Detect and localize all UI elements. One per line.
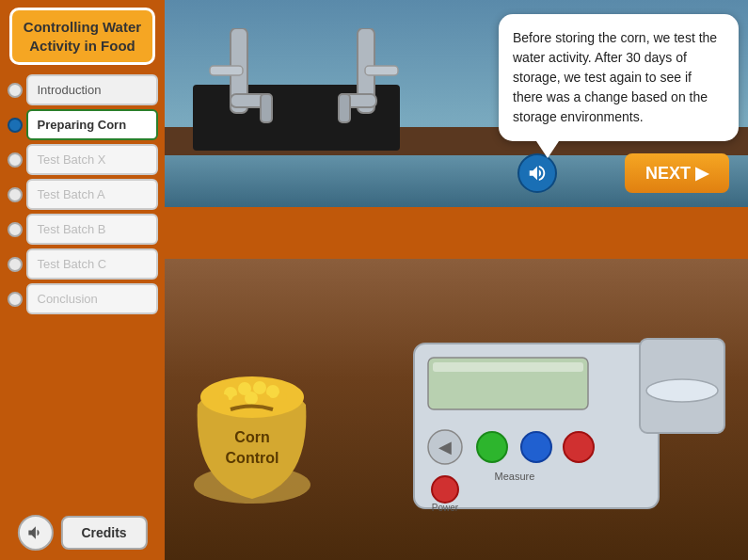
next-button-label: NEXT [645, 164, 691, 184]
svg-rect-6 [339, 94, 350, 122]
credits-button[interactable]: Credits [60, 516, 147, 550]
svg-rect-24 [433, 362, 583, 372]
nav-item-preparing-corn: Preparing Corn [8, 109, 158, 140]
svg-point-16 [260, 394, 271, 406]
faucet-right [329, 28, 405, 183]
nav-item-introduction: Introduction [8, 74, 158, 105]
svg-rect-3 [210, 66, 243, 75]
sound-button[interactable] [17, 515, 53, 551]
bottom-controls: Credits [17, 515, 147, 551]
nav-btn-test-batch-b: Test Batch B [26, 214, 158, 245]
sidebar: Controlling Water Activity in Food Intro… [0, 0, 165, 560]
speech-bubble-text: Before storing the corn, we test the wat… [513, 30, 717, 124]
corn-bag: Corn Control [179, 339, 325, 504]
water-activity-meter: ◀ Measure Power [409, 334, 739, 522]
nav-dot-test-batch-a [8, 187, 23, 202]
nav-dot-test-batch-x [8, 152, 23, 168]
svg-rect-2 [261, 94, 272, 122]
main-content: Corn Control ◀ [165, 0, 748, 560]
svg-rect-7 [365, 66, 398, 75]
next-arrow-icon: ▶ [695, 163, 708, 184]
nav-btn-test-batch-a: Test Batch A [26, 179, 158, 210]
svg-point-15 [245, 392, 258, 405]
nav-item-test-batch-a: Test Batch A [8, 179, 158, 210]
nav-dot-preparing-corn [8, 118, 23, 133]
svg-point-17 [219, 394, 229, 404]
next-button[interactable]: NEXT ▶ [625, 153, 729, 193]
nav-dot-conclusion [8, 292, 23, 307]
svg-text:Control: Control [226, 450, 279, 466]
svg-text:◀: ◀ [438, 438, 452, 456]
nav-btn-test-batch-x: Test Batch X [26, 144, 158, 175]
svg-text:Power: Power [432, 503, 459, 513]
sidebar-title: Controlling Water Activity in Food [9, 8, 155, 65]
svg-point-29 [564, 432, 594, 462]
faucet-left [202, 28, 278, 183]
nav-btn-test-batch-c: Test Batch C [26, 248, 158, 280]
nav-item-test-batch-b: Test Batch B [8, 214, 158, 245]
nav-dot-test-batch-b [8, 222, 23, 237]
nav-btn-introduction[interactable]: Introduction [26, 74, 158, 105]
svg-point-33 [646, 379, 718, 402]
svg-point-28 [521, 432, 551, 462]
scene: Corn Control ◀ [165, 0, 748, 560]
nav-btn-preparing-corn[interactable]: Preparing Corn [26, 109, 158, 140]
speech-bubble: Before storing the corn, we test the wat… [499, 14, 739, 141]
nav-dot-introduction [8, 83, 23, 98]
svg-point-31 [432, 476, 458, 503]
nav-item-test-batch-c: Test Batch C [8, 248, 158, 280]
svg-point-12 [253, 381, 266, 394]
svg-point-14 [231, 395, 243, 407]
svg-point-18 [278, 392, 287, 402]
nav-item-conclusion: Conclusion [8, 283, 158, 314]
svg-point-27 [477, 432, 507, 462]
svg-text:Measure: Measure [495, 471, 535, 482]
nav-dot-test-batch-c [8, 257, 23, 272]
nav-btn-conclusion: Conclusion [26, 283, 158, 314]
bubble-audio-button[interactable] [517, 153, 557, 193]
nav-item-test-batch-x: Test Batch X [8, 144, 158, 175]
svg-text:Corn: Corn [234, 429, 269, 445]
